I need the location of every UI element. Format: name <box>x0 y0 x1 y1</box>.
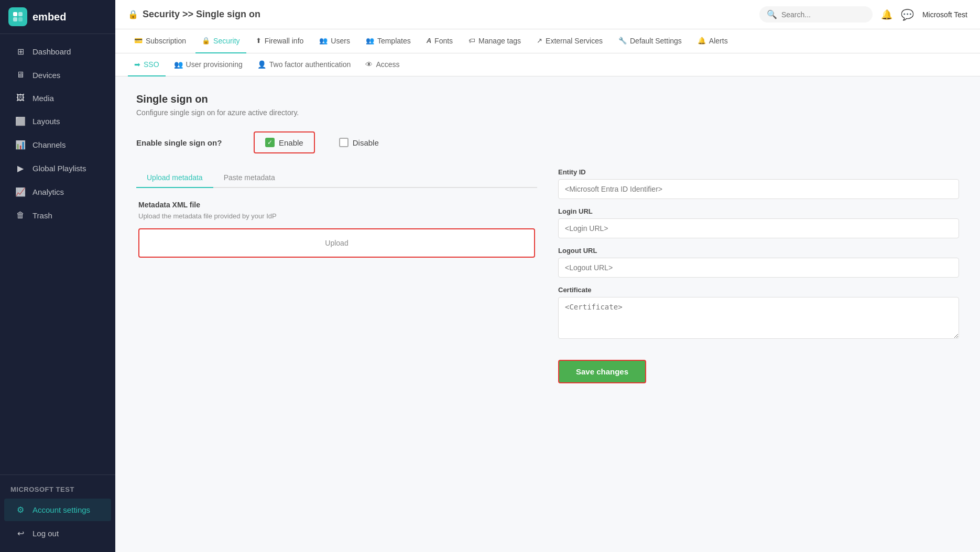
sidebar-item-analytics[interactable]: 📈 Analytics <box>4 181 111 203</box>
user-prov-icon: 👥 <box>174 60 183 69</box>
security-icon: 🔒 <box>202 37 210 45</box>
default-settings-icon: 🔧 <box>618 37 627 45</box>
ter-nav-label: Access <box>376 60 399 69</box>
sidebar-item-dashboard[interactable]: ⊞ Dashboard <box>4 40 111 63</box>
ter-nav-access[interactable]: 👁 Access <box>359 53 406 76</box>
nav-label: Security <box>213 37 240 45</box>
user-name[interactable]: Microsoft Test <box>922 10 967 19</box>
nav-subscription[interactable]: 💳 Subscription <box>128 29 192 53</box>
nav-label: Templates <box>377 37 411 45</box>
login-url-input[interactable] <box>558 218 959 238</box>
nav-label: Users <box>331 37 350 45</box>
sidebar-item-label: Layouts <box>32 117 60 126</box>
certificate-input[interactable] <box>558 297 959 339</box>
users-icon: 👥 <box>319 37 328 45</box>
search-icon: 🔍 <box>767 9 777 19</box>
sidebar-logo: embed <box>0 0 115 34</box>
disable-option[interactable]: Disable <box>328 131 390 153</box>
enable-label: Enable single sign on? <box>136 138 241 147</box>
logout-icon: ↩ <box>15 528 26 538</box>
disable-checkbox <box>339 138 349 147</box>
breadcrumb-text: Security >> Single sign on <box>143 9 260 20</box>
certificate-label: Certificate <box>558 286 959 294</box>
save-changes-button[interactable]: Save changes <box>558 360 646 383</box>
nav-label: Alerts <box>709 37 728 45</box>
two-factor-icon: 👤 <box>257 60 266 69</box>
nav-manage-tags[interactable]: 🏷 Manage tags <box>462 29 527 53</box>
tab-paste-metadata[interactable]: Paste metadata <box>213 168 286 188</box>
sidebar-item-channels[interactable]: 📊 Channels <box>4 134 111 156</box>
tab-upload-metadata[interactable]: Upload metadata <box>136 168 213 188</box>
upload-subtitle: Upload the metadata file provided by you… <box>138 212 535 220</box>
account-name: Microsoft test <box>0 481 115 498</box>
sidebar-item-label: Media <box>32 94 54 103</box>
enable-checkbox: ✓ <box>265 138 275 147</box>
trash-icon: 🗑 <box>15 211 26 220</box>
sidebar-footer: Microsoft test ⚙ Account settings ↩ Log … <box>0 474 115 552</box>
nav-security[interactable]: 🔒 Security <box>195 29 246 53</box>
nav-fonts[interactable]: A Fonts <box>420 29 459 53</box>
media-icon: 🖼 <box>15 93 26 103</box>
fonts-icon: A <box>427 37 431 45</box>
entity-id-field: Entity ID <box>558 168 959 199</box>
sidebar-item-label: Trash <box>32 211 52 220</box>
analytics-icon: 📈 <box>15 187 26 197</box>
entity-id-input[interactable] <box>558 179 959 199</box>
search-box[interactable]: 🔍 <box>759 6 873 23</box>
ter-nav-sso[interactable]: ➡ SSO <box>128 53 166 76</box>
nav-users[interactable]: 👥 Users <box>313 29 356 53</box>
svg-rect-1 <box>18 12 23 16</box>
enable-option-label: Enable <box>279 138 303 147</box>
nav-label: Fonts <box>434 37 453 45</box>
layouts-icon: ⬜ <box>15 116 26 126</box>
chat-icon[interactable]: 💬 <box>901 8 914 21</box>
tags-icon: 🏷 <box>469 37 475 45</box>
enable-option[interactable]: ✓ Enable <box>254 131 315 153</box>
sidebar-item-label: Dashboard <box>32 47 71 56</box>
dashboard-icon: ⊞ <box>15 47 26 57</box>
svg-rect-3 <box>18 17 23 21</box>
breadcrumb: 🔒 Security >> Single sign on <box>128 9 759 20</box>
logout-url-input[interactable] <box>558 258 959 278</box>
nav-templates[interactable]: 👥 Templates <box>360 29 417 53</box>
sidebar-item-account-settings[interactable]: ⚙ Account settings <box>4 499 111 521</box>
devices-icon: 🖥 <box>15 70 26 80</box>
sidebar-item-log-out[interactable]: ↩ Log out <box>4 522 111 545</box>
ter-nav-two-factor[interactable]: 👤 Two factor authentication <box>251 53 357 76</box>
sidebar-item-trash[interactable]: 🗑 Trash <box>4 204 111 226</box>
ter-nav-user-provisioning[interactable]: 👥 User provisioning <box>168 53 249 76</box>
search-input[interactable] <box>781 10 865 19</box>
sidebar-item-devices[interactable]: 🖥 Devices <box>4 64 111 86</box>
nav-firewall[interactable]: ⬆ Firewall info <box>249 29 310 53</box>
upload-title: Metadata XML file <box>138 201 535 209</box>
right-panel: Entity ID Login URL Logout URL Certifica… <box>558 168 959 383</box>
global-playlists-icon: ▶ <box>15 163 26 173</box>
sidebar: embed ⊞ Dashboard 🖥 Devices 🖼 Media ⬜ La… <box>0 0 115 552</box>
nav-label: Subscription <box>146 37 186 45</box>
settings-icon: ⚙ <box>15 505 26 515</box>
svg-rect-2 <box>13 17 17 21</box>
sidebar-item-layouts[interactable]: ⬜ Layouts <box>4 110 111 133</box>
nav-external-services[interactable]: ↗ External Services <box>530 29 609 53</box>
disable-option-label: Disable <box>353 138 379 147</box>
notification-icon[interactable]: 🔔 <box>881 9 892 20</box>
sidebar-item-global-playlists[interactable]: ▶ Global Playlists <box>4 157 111 180</box>
channels-icon: 📊 <box>15 140 26 150</box>
certificate-field: Certificate <box>558 286 959 341</box>
sidebar-item-media[interactable]: 🖼 Media <box>4 87 111 109</box>
upload-button[interactable]: Upload <box>138 228 535 258</box>
nav-default-settings[interactable]: 🔧 Default Settings <box>612 29 688 53</box>
upload-metadata-label: Upload metadata <box>147 173 203 182</box>
subscription-icon: 💳 <box>134 37 143 45</box>
nav-alerts[interactable]: 🔔 Alerts <box>691 29 734 53</box>
main-panel: 🔒 Security >> Single sign on 🔍 🔔 💬 Micro… <box>115 0 980 552</box>
paste-metadata-label: Paste metadata <box>224 173 275 182</box>
alerts-icon: 🔔 <box>698 37 706 45</box>
topbar: 🔒 Security >> Single sign on 🔍 🔔 💬 Micro… <box>115 0 980 29</box>
topbar-actions: 🔍 🔔 💬 Microsoft Test <box>759 6 967 23</box>
tertiary-nav: ➡ SSO 👥 User provisioning 👤 Two factor a… <box>115 53 980 76</box>
logout-url-label: Logout URL <box>558 247 959 255</box>
nav-label: Default Settings <box>630 37 682 45</box>
upload-section: Metadata XML file Upload the metadata fi… <box>136 201 537 258</box>
sidebar-item-label: Devices <box>32 71 60 80</box>
